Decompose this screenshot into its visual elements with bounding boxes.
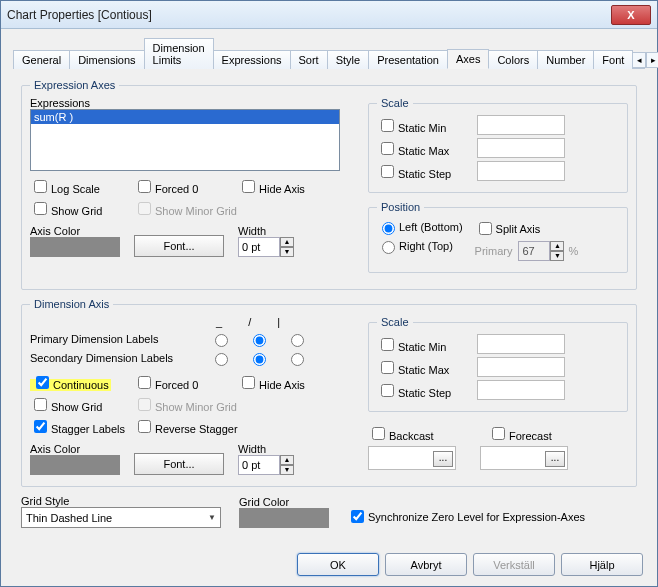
spin-down-icon[interactable]: ▼ <box>280 465 294 475</box>
continuous-checkbox[interactable] <box>36 376 49 389</box>
static-min-input[interactable] <box>477 115 565 135</box>
orient-header-3: | <box>277 316 280 328</box>
dim-width-input[interactable] <box>238 455 280 475</box>
dim-static-min-label: Static Min <box>398 341 446 353</box>
position-left-radio[interactable] <box>382 222 395 235</box>
sync-zero-checkbox[interactable] <box>351 510 364 523</box>
stagger-labels-checkbox[interactable] <box>34 420 47 433</box>
cancel-button[interactable]: Avbryt <box>385 553 467 576</box>
static-max-input[interactable] <box>477 138 565 158</box>
show-grid-label: Show Grid <box>51 205 102 217</box>
dim-static-min-input[interactable] <box>477 334 565 354</box>
show-grid-checkbox[interactable] <box>34 202 47 215</box>
sync-zero-label: Synchronize Zero Level for Expression-Ax… <box>368 511 585 523</box>
dim-show-grid-checkbox[interactable] <box>34 398 47 411</box>
reverse-stagger-checkbox[interactable] <box>138 420 151 433</box>
expression-item[interactable]: sum(R ) <box>31 110 339 124</box>
scale-legend-1: Scale <box>377 97 413 109</box>
tab-general[interactable]: General <box>13 50 70 69</box>
apply-button[interactable]: Verkställ <box>473 553 555 576</box>
axis-color-label: Axis Color <box>30 225 134 237</box>
spin-up-icon[interactable]: ▲ <box>280 455 294 465</box>
tab-axes[interactable]: Axes <box>447 49 489 69</box>
position-right-label: Right (Top) <box>399 240 453 252</box>
backcast-input[interactable]: ... <box>368 446 456 470</box>
tab-style[interactable]: Style <box>327 50 369 69</box>
primary-dim-radio-2[interactable] <box>253 334 266 347</box>
tab-expressions[interactable]: Expressions <box>213 50 291 69</box>
titlebar: Chart Properties [Contious] X <box>1 1 657 29</box>
tab-scroll-left-icon[interactable]: ◂ <box>632 52 646 68</box>
tab-bar: General Dimensions Dimension Limits Expr… <box>13 37 645 69</box>
secondary-dim-radio-2[interactable] <box>253 353 266 366</box>
dim-font-button[interactable]: Font... <box>134 453 224 475</box>
width-input[interactable] <box>238 237 280 257</box>
dim-static-max-label: Static Max <box>398 364 449 376</box>
grid-color-well[interactable] <box>239 508 329 528</box>
spin-up-icon[interactable]: ▲ <box>280 237 294 247</box>
width-label: Width <box>238 225 294 237</box>
dim-axis-color-well[interactable] <box>30 455 120 475</box>
dim-forced0-checkbox[interactable] <box>138 376 151 389</box>
dim-static-step-input[interactable] <box>477 380 565 400</box>
secondary-dim-radio-1[interactable] <box>215 353 228 366</box>
tab-sort[interactable]: Sort <box>290 50 328 69</box>
static-step-checkbox[interactable] <box>381 165 394 178</box>
dim-static-max-input[interactable] <box>477 357 565 377</box>
primary-input <box>518 241 550 261</box>
forced0-checkbox[interactable] <box>138 180 151 193</box>
dim-static-step-checkbox[interactable] <box>381 384 394 397</box>
spin-down-icon[interactable]: ▼ <box>280 247 294 257</box>
spin-up-icon: ▲ <box>550 241 564 251</box>
close-icon[interactable]: X <box>611 5 651 25</box>
dim-hide-axis-checkbox[interactable] <box>242 376 255 389</box>
position-right-radio[interactable] <box>382 241 395 254</box>
dim-show-minor-grid-label: Show Minor Grid <box>155 401 237 413</box>
dimension-axis-legend: Dimension Axis <box>30 298 113 310</box>
tab-scroll-right-icon[interactable]: ▸ <box>646 52 658 68</box>
tab-presentation[interactable]: Presentation <box>368 50 448 69</box>
dim-static-max-checkbox[interactable] <box>381 361 394 374</box>
tab-font[interactable]: Font <box>593 50 633 69</box>
dim-forced0-label: Forced 0 <box>155 379 198 391</box>
primary-dim-radio-3[interactable] <box>291 334 304 347</box>
expressions-listbox[interactable]: sum(R ) <box>30 109 340 171</box>
orient-header-2: / <box>248 316 251 328</box>
dim-axis-color-label: Axis Color <box>30 443 134 455</box>
expression-axes-legend: Expression Axes <box>30 79 119 91</box>
position-group: Position Left (Bottom) Right (Top) Split… <box>368 201 628 273</box>
ellipsis-icon[interactable]: ... <box>545 451 565 467</box>
help-button[interactable]: Hjälp <box>561 553 643 576</box>
forecast-input[interactable]: ... <box>480 446 568 470</box>
static-step-input[interactable] <box>477 161 565 181</box>
static-min-checkbox[interactable] <box>381 119 394 132</box>
log-scale-label: Log Scale <box>51 183 100 195</box>
static-max-checkbox[interactable] <box>381 142 394 155</box>
secondary-dim-radio-3[interactable] <box>291 353 304 366</box>
primary-dim-radio-1[interactable] <box>215 334 228 347</box>
backcast-checkbox[interactable] <box>372 427 385 440</box>
grid-style-value: Thin Dashed Line <box>26 512 112 524</box>
show-minor-grid-label: Show Minor Grid <box>155 205 237 217</box>
position-legend: Position <box>377 201 424 213</box>
axis-color-well[interactable] <box>30 237 120 257</box>
pct-label: % <box>568 245 578 257</box>
tab-number[interactable]: Number <box>537 50 594 69</box>
forecast-checkbox[interactable] <box>492 427 505 440</box>
log-scale-checkbox[interactable] <box>34 180 47 193</box>
split-axis-checkbox[interactable] <box>479 222 492 235</box>
tab-dimension-limits[interactable]: Dimension Limits <box>144 38 214 69</box>
static-min-label: Static Min <box>398 122 446 134</box>
tab-colors[interactable]: Colors <box>488 50 538 69</box>
hide-axis-checkbox[interactable] <box>242 180 255 193</box>
forced0-label: Forced 0 <box>155 183 198 195</box>
forecast-label: Forecast <box>509 430 552 442</box>
dim-static-step-label: Static Step <box>398 387 451 399</box>
font-button[interactable]: Font... <box>134 235 224 257</box>
grid-style-dropdown[interactable]: Thin Dashed Line <box>21 507 221 528</box>
ellipsis-icon[interactable]: ... <box>433 451 453 467</box>
tab-dimensions[interactable]: Dimensions <box>69 50 144 69</box>
dim-static-min-checkbox[interactable] <box>381 338 394 351</box>
button-bar: OK Avbryt Verkställ Hjälp <box>297 553 643 576</box>
ok-button[interactable]: OK <box>297 553 379 576</box>
